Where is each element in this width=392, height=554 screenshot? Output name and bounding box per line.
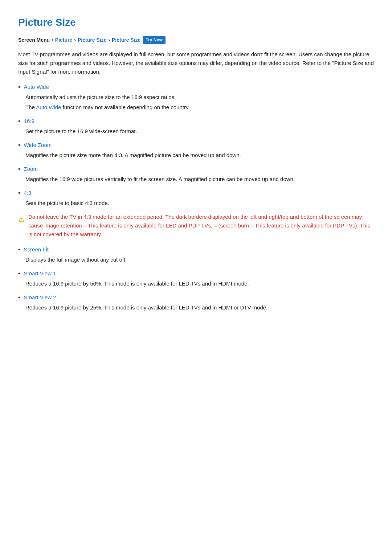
breadcrumb-separator-1: › bbox=[52, 36, 53, 44]
bullet-smart-view-2: • bbox=[18, 293, 20, 302]
warning-box: ⚠ Do not leave the TV in 4:3 mode for an… bbox=[18, 213, 374, 239]
option-item-zoom: • Zoom Magnifies the 16:9 wide pictures … bbox=[18, 165, 374, 184]
try-now-button[interactable]: Try Now bbox=[143, 36, 166, 44]
breadcrumb-screen-menu: Screen Menu bbox=[18, 36, 50, 44]
option-title-smart-view-1[interactable]: Smart View 1 bbox=[24, 269, 56, 278]
page-title: Picture Size bbox=[18, 15, 374, 31]
bullet-screen-fit: • bbox=[18, 245, 20, 254]
option-desc-wide-zoom: Magnifies the picture size more than 4:3… bbox=[18, 151, 374, 160]
option-desc-smart-view-1: Reduces a 16:9 picture by 50%. This mode… bbox=[18, 279, 374, 288]
option-title-16-9[interactable]: 16:9 bbox=[24, 117, 34, 126]
option-title-zoom[interactable]: Zoom bbox=[24, 165, 38, 173]
warning-icon: ⚠ bbox=[18, 213, 25, 225]
option-item-screen-fit: • Screen Fit Displays the full image wit… bbox=[18, 245, 374, 264]
warning-text: Do not leave the TV in 4:3 mode for an e… bbox=[28, 213, 374, 239]
bullet-wide-zoom: • bbox=[18, 141, 20, 149]
breadcrumb-picture[interactable]: Picture bbox=[55, 36, 72, 44]
option-title-auto-wide[interactable]: Auto Wide bbox=[24, 83, 49, 91]
option-desc-zoom: Magnifies the 16:9 wide pictures vertica… bbox=[18, 175, 374, 184]
breadcrumb-separator-2: › bbox=[74, 36, 76, 44]
bullet-smart-view-1: • bbox=[18, 269, 20, 278]
option-desc-4-3: Sets the picture to basic 4:3 mode. bbox=[18, 199, 374, 208]
intro-text: Most TV programmes and videos are displa… bbox=[18, 50, 374, 76]
option-title-smart-view-2[interactable]: Smart View 2 bbox=[24, 293, 56, 302]
bullet-auto-wide: • bbox=[18, 83, 20, 91]
option-desc-screen-fit: Displays the full image without any cut … bbox=[18, 255, 374, 264]
option-item-smart-view-1: • Smart View 1 Reduces a 16:9 picture by… bbox=[18, 269, 374, 288]
option-item-wide-zoom: • Wide Zoom Magnifies the picture size m… bbox=[18, 141, 374, 160]
bullet-4-3: • bbox=[18, 189, 20, 197]
option-title-screen-fit[interactable]: Screen Fit bbox=[24, 245, 49, 254]
option-item-4-3: • 4:3 Sets the picture to basic 4:3 mode… bbox=[18, 189, 374, 208]
option-title-wide-zoom[interactable]: Wide Zoom bbox=[24, 141, 52, 149]
option-item-smart-view-2: • Smart View 2 Reduces a 16:9 picture by… bbox=[18, 293, 374, 312]
breadcrumb-picture-size-1[interactable]: Picture Size bbox=[78, 36, 106, 44]
option-item-auto-wide: • Auto Wide Automatically adjusts the pi… bbox=[18, 83, 374, 112]
breadcrumb-separator-3: › bbox=[108, 36, 110, 44]
breadcrumb: Screen Menu › Picture › Picture Size › P… bbox=[18, 36, 374, 44]
option-desc-smart-view-2: Reduces a 16:9 picture by 25%. This mode… bbox=[18, 303, 374, 312]
auto-wide-inline-ref: Auto Wide bbox=[36, 104, 61, 110]
option-desc-auto-wide-2: The Auto Wide function may not available… bbox=[18, 103, 374, 112]
bullet-zoom: • bbox=[18, 165, 20, 173]
option-title-4-3[interactable]: 4:3 bbox=[24, 189, 32, 197]
option-desc-auto-wide-1: Automatically adjusts the picture size t… bbox=[18, 93, 374, 102]
breadcrumb-picture-size-2[interactable]: Picture Size bbox=[112, 36, 140, 44]
options-list-2: • Screen Fit Displays the full image wit… bbox=[18, 245, 374, 312]
option-item-16-9: • 16:9 Set the picture to the 16:9 wide-… bbox=[18, 117, 374, 136]
option-desc-16-9: Set the picture to the 16:9 wide-screen … bbox=[18, 127, 374, 136]
bullet-16-9: • bbox=[18, 117, 20, 126]
options-list: • Auto Wide Automatically adjusts the pi… bbox=[18, 83, 374, 208]
